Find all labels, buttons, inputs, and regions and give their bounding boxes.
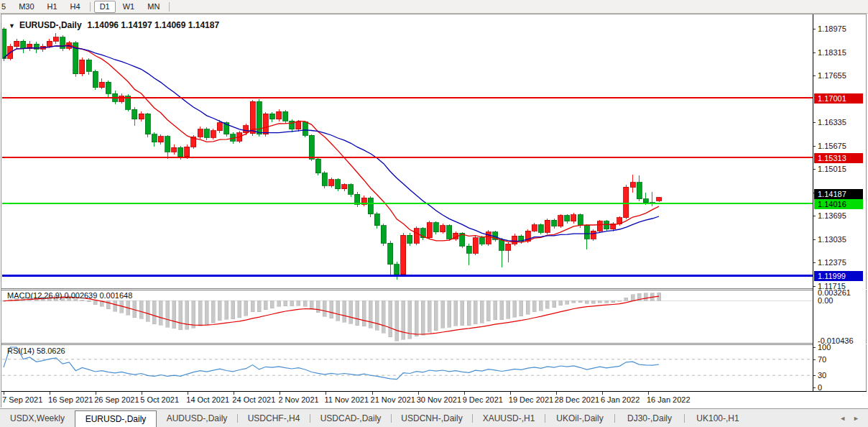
price-chart-canvas[interactable] xyxy=(2,15,813,391)
price-tick-label: 1.16335 xyxy=(818,118,846,127)
date-label: 2 Nov 2021 xyxy=(278,395,318,404)
price-tick-label: 1.18315 xyxy=(818,48,846,57)
price-badge-1.15313: 1.15313 xyxy=(814,153,863,163)
date-tick-mark xyxy=(4,392,4,395)
chart-title: EURUSD-,Daily xyxy=(19,20,82,30)
date-tick-mark xyxy=(50,392,50,395)
date-label: 9 Dec 2021 xyxy=(463,395,503,404)
date-label: 14 Oct 2021 xyxy=(186,395,229,404)
rsi-axis-label: 100 xyxy=(818,343,831,352)
date-label: 5 Oct 2021 xyxy=(140,395,179,404)
date-tick-mark xyxy=(418,392,419,395)
toolbar-separator xyxy=(90,2,91,12)
trading-platform-window: 5M30H1H4D1W1MN ▼EURUSD-,Daily1.14096 1.1… xyxy=(0,0,868,427)
date-tick-mark xyxy=(96,392,96,395)
date-label: 16 Jan 2022 xyxy=(647,395,691,404)
date-tick-mark xyxy=(234,392,234,395)
chart-tab-uk100-h1[interactable]: UK100-,H1 xyxy=(685,409,751,427)
price-badge-1.11999: 1.11999 xyxy=(814,271,863,281)
date-label: 30 Nov 2021 xyxy=(417,395,461,404)
price-badge-1.17001: 1.17001 xyxy=(814,93,863,104)
price-axis-separator xyxy=(813,14,813,391)
date-label: 26 Sep 2021 xyxy=(94,395,139,404)
rsi-axis-label: 30 xyxy=(818,371,826,380)
timeframe-button-5[interactable]: 5 xyxy=(0,1,11,13)
tabs-scroll-left-icon[interactable]: ◄ xyxy=(839,415,846,422)
candlesticks[interactable] xyxy=(2,27,662,280)
date-tick-mark xyxy=(326,392,326,395)
macd-histogram xyxy=(2,293,813,341)
chart-tab-eurusd-daily[interactable]: EURUSD-,Daily xyxy=(75,410,157,427)
date-tick-mark xyxy=(602,392,603,395)
date-label: 28 Dec 2021 xyxy=(555,395,599,404)
rsi-indicator-label: RSI(14) 58.0626 xyxy=(7,346,65,355)
date-tick-mark xyxy=(372,392,373,395)
timeframe-button-h1[interactable]: H1 xyxy=(42,1,63,13)
rsi-axis-label: 70 xyxy=(818,355,826,364)
price-tick-label: 1.13035 xyxy=(818,235,846,244)
date-tick-mark xyxy=(510,392,511,395)
toolbar-separator xyxy=(169,2,170,12)
date-label: 7 Sep 2021 xyxy=(2,395,42,404)
timeframe-button-d1[interactable]: D1 xyxy=(94,1,116,13)
price-badge-1.14187: 1.14187 xyxy=(814,189,863,199)
date-label: 11 Nov 2021 xyxy=(324,395,369,404)
timeframe-button-w1[interactable]: W1 xyxy=(117,1,141,13)
price-tick-label: 1.15675 xyxy=(818,142,846,150)
date-label: 19 Dec 2021 xyxy=(509,395,553,404)
ma-fast xyxy=(4,45,659,242)
price-tick-label: 1.13695 xyxy=(818,211,846,220)
panel-separator-rsi[interactable] xyxy=(1,343,867,345)
symbol-dropdown-icon[interactable]: ▼ xyxy=(9,22,15,29)
chart-tab-dj30-daily[interactable]: DJ30-,Daily xyxy=(615,409,684,427)
date-label: 16 Sep 2021 xyxy=(48,395,93,404)
tabs-scroll-right-icon[interactable]: ► xyxy=(853,415,859,422)
tab-scrollers: ◄► xyxy=(839,409,868,427)
date-tick-mark xyxy=(188,392,188,395)
macd-axis-label: 0.00 xyxy=(818,296,833,305)
price-tick-label: 1.12375 xyxy=(818,258,846,267)
timeframe-button-m30[interactable]: M30 xyxy=(13,1,40,13)
price-axis-pane: 1.189751.183151.176551.163351.156751.150… xyxy=(813,14,866,391)
date-label: 24 Oct 2021 xyxy=(232,395,275,404)
timeframe-button-mn[interactable]: MN xyxy=(142,1,165,13)
date-label: 6 Jan 2022 xyxy=(601,395,640,404)
price-tick-label: 1.17655 xyxy=(818,71,846,80)
panel-separator-macd[interactable] xyxy=(1,288,867,290)
horizontal-line-objects[interactable] xyxy=(2,98,813,275)
macd-axis-label: 0.003261 xyxy=(818,288,851,297)
date-tick-mark xyxy=(142,392,142,395)
chart-tab-audusd-daily[interactable]: AUDUSD-,Daily xyxy=(157,409,237,427)
date-tick-mark xyxy=(464,392,465,395)
plot-bottom-border xyxy=(1,391,867,392)
timeframe-toolbar: 5M30H1H4D1W1MN xyxy=(0,0,868,14)
chart-tab-usdx-weekly[interactable]: USDX,Weekly xyxy=(0,409,75,427)
chart-tab-usdcnh-daily[interactable]: USDCNH-,Daily xyxy=(392,409,472,427)
date-tick-mark xyxy=(280,392,280,395)
chart-tab-usdchf-h4[interactable]: USDCHF-,H4 xyxy=(238,409,310,427)
macd-indicator-label: MACD(12,26,9) 0.002639 0.001648 xyxy=(7,291,132,300)
date-label: 21 Nov 2021 xyxy=(371,395,415,404)
price-tick-label: 1.18975 xyxy=(818,24,846,33)
date-tick-mark xyxy=(556,392,557,395)
chart-tab-usdcad-daily[interactable]: USDCAD-,Daily xyxy=(310,409,391,427)
timeframe-button-h4[interactable]: H4 xyxy=(65,1,86,13)
price-tick-label: 1.15015 xyxy=(818,165,846,173)
chart-ohlc-values: 1.14096 1.14197 1.14069 1.14187 xyxy=(88,20,220,30)
chart-tabs-bar: USDX,WeeklyEURUSD-,DailyAUDUSD-,DailyUSD… xyxy=(0,408,868,427)
date-tick-mark xyxy=(648,392,649,395)
chart-tab-ukoil-daily[interactable]: UKOil-,Daily xyxy=(545,409,614,427)
rsi-line xyxy=(4,347,659,380)
price-badge-1.14016: 1.14016 xyxy=(814,199,863,209)
date-axis[interactable]: 7 Sep 202116 Sep 202126 Sep 20215 Oct 20… xyxy=(1,392,867,408)
chart-tab-xauusd-h1[interactable]: XAUUSD-,H1 xyxy=(473,409,545,427)
chart-title-row[interactable]: ▼EURUSD-,Daily1.14096 1.14197 1.14069 1.… xyxy=(9,20,219,30)
